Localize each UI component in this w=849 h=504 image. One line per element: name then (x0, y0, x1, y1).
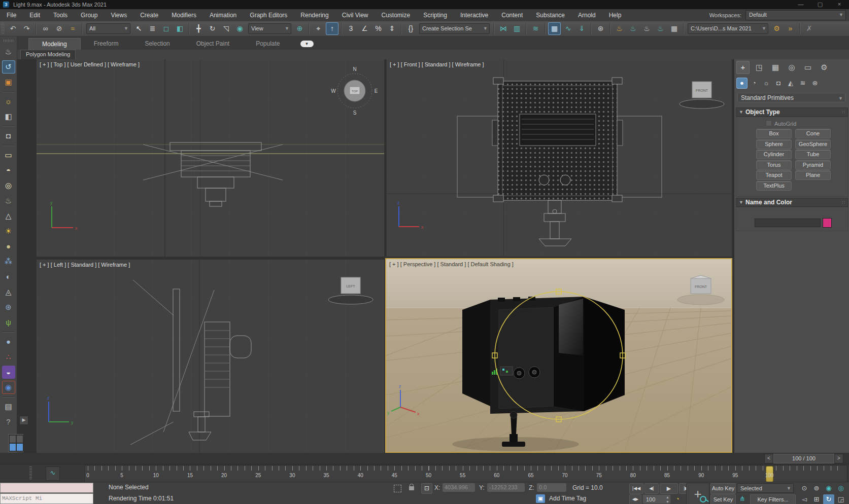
viewport-layout-tab[interactable] (8, 434, 23, 452)
select-and-rotate-icon[interactable]: ↻ (206, 22, 219, 35)
zoom-region-icon[interactable]: ◅ (799, 494, 810, 504)
zoom-icon[interactable]: ⊙ (799, 483, 810, 493)
create-tab[interactable]: + (736, 61, 750, 74)
maximize-button[interactable]: ▢ (810, 0, 830, 9)
motion-tab[interactable]: ◎ (785, 61, 798, 74)
zoom-all-icon[interactable]: ⊚ (811, 483, 822, 493)
percent-snap-toggle[interactable]: % (372, 22, 385, 35)
area-light-icon[interactable]: ▭ (2, 149, 15, 162)
menu-arnold[interactable]: Arnold (571, 10, 602, 21)
rock-noise-icon[interactable]: ⊛ (2, 301, 15, 314)
objecttype-cylinder[interactable]: Cylinder (756, 150, 792, 159)
toolbar-grip[interactable] (4, 40, 14, 42)
key-filter-icon[interactable]: ⋔ (737, 494, 748, 504)
disc-light-icon[interactable]: ◎ (2, 179, 15, 192)
timeline-grip[interactable] (29, 466, 32, 480)
select-and-move-icon[interactable]: ╋ (192, 22, 205, 35)
scene-explorer-toggle[interactable]: ▦ (548, 22, 561, 35)
render-iterative-icon[interactable]: ♨ (654, 22, 667, 35)
palette-icon[interactable]: ◒ (2, 366, 15, 379)
reference-coordinate-dropdown[interactable]: View▼ (248, 23, 291, 34)
ribbon-tab-freeform[interactable]: Freeform (81, 38, 132, 50)
dome-light-icon[interactable]: ◓ (2, 164, 15, 177)
display-tab[interactable]: ▭ (801, 61, 814, 74)
menu-create[interactable]: Create (133, 10, 165, 21)
render-frame-icon[interactable]: ▣ (2, 76, 15, 89)
time-ruler[interactable]: 0510152025303540455055606570758085909510… (84, 465, 847, 483)
state-sets-icon[interactable]: ▦ (668, 22, 681, 35)
lights-category[interactable]: ☼ (761, 78, 772, 89)
menu-modifiers[interactable]: Modifiers (165, 10, 203, 21)
menu-rendering[interactable]: Rendering (294, 10, 335, 21)
window-crossing-toggle-icon[interactable]: ◧ (174, 22, 186, 35)
time-configuration-icon[interactable]: ◔ (673, 494, 682, 504)
objecttype-textplus[interactable]: TextPlus (756, 181, 792, 191)
menu-tools[interactable]: Tools (47, 10, 74, 21)
systems-category[interactable]: ⊛ (809, 78, 821, 89)
color-spheres-icon[interactable]: ∴ (2, 350, 15, 364)
grass-icon[interactable]: ψ (2, 316, 15, 329)
sphere-blue-icon[interactable]: ● (2, 335, 15, 348)
previous-frame-button[interactable]: ◀| (644, 483, 659, 494)
object-color-swatch[interactable] (823, 218, 832, 228)
rendered-frame-window-icon[interactable]: ♨ (627, 22, 639, 35)
objecttype-teapot[interactable]: Teapot (756, 170, 792, 180)
toolbar-flyout-arrow[interactable]: ▶ (19, 416, 28, 425)
objecttype-box[interactable]: Box (756, 129, 792, 138)
select-and-manipulate-icon[interactable]: ⌖ (312, 22, 325, 35)
frame-back-button[interactable]: < (764, 454, 773, 463)
use-pivot-center-icon[interactable]: ⊕ (293, 22, 306, 35)
key-mode-toggle[interactable]: ◀▶ (629, 494, 641, 504)
absolute-mode-toggle[interactable]: ⊡ (421, 483, 432, 494)
project-folder-dropdown[interactable]: C:\Users\D...s Max 2021▼ (688, 23, 768, 34)
add-time-tag[interactable]: Add Time Tag (549, 495, 586, 502)
select-object-icon[interactable]: ↖ (132, 22, 145, 35)
align-icon[interactable]: ▥ (511, 22, 523, 35)
autogrid-checkbox[interactable]: AutoGrid (766, 120, 796, 127)
set-key-button[interactable]: Set Key (710, 494, 736, 504)
menu-animation[interactable]: Animation (203, 10, 243, 21)
layer-manager-icon[interactable]: ≋ (529, 22, 542, 35)
keyboard-override-toggle[interactable]: ↑ (326, 22, 338, 35)
sun-light-icon[interactable]: ☀ (2, 225, 15, 238)
objecttype-plane[interactable]: Plane (795, 170, 831, 180)
key-filters-button[interactable]: Key Filters... (750, 494, 796, 504)
ribbon-toggle-icon[interactable]: ⇓ (575, 22, 588, 35)
cameras-category[interactable]: ◘ (773, 78, 784, 89)
render-production-icon[interactable]: ♨ (640, 22, 653, 35)
select-by-name-icon[interactable]: ≣ (146, 22, 159, 35)
z-coordinate-field[interactable]: 0.0 (537, 483, 566, 492)
maximize-viewport-toggle[interactable]: ◲ (835, 494, 846, 504)
toolbar-grip[interactable] (1, 23, 5, 35)
undo-icon[interactable]: ↶ (7, 22, 19, 35)
sphere-khaki-icon[interactable]: ● (2, 240, 15, 253)
selection-filter-dropdown[interactable]: All▼ (86, 23, 130, 34)
edit-named-selections-icon[interactable]: {} (404, 22, 417, 35)
selection-lock-icon[interactable] (409, 486, 414, 490)
spinner-snap-toggle[interactable]: ⇕ (386, 22, 398, 35)
isolate-selection-toggle[interactable] (394, 485, 401, 492)
viewport-left[interactable]: [ + ] [ Left ] [ Standard ] [ Wireframe … (37, 260, 384, 453)
utilities-tab[interactable]: ⚙ (818, 61, 831, 74)
hierarchy-tab[interactable]: ▦ (769, 61, 782, 74)
menu-views[interactable]: Views (104, 10, 133, 21)
rect-selection-region-icon[interactable]: ◻ (160, 22, 173, 35)
menu-help[interactable]: Help (602, 10, 628, 21)
cone-volume-icon[interactable]: △ (2, 209, 15, 223)
select-and-place-icon[interactable]: ◉ (233, 22, 246, 35)
render-setup-icon[interactable]: ♨ (613, 22, 626, 35)
objecttype-sphere[interactable]: Sphere (756, 139, 792, 149)
viewport-front[interactable]: [ + ] [ Front ] [ Standard ] [ Wireframe… (387, 59, 732, 257)
scatter-particles-icon[interactable]: ⁂ (2, 255, 15, 268)
menu-group[interactable]: Group (74, 10, 104, 21)
moon-sphere-icon[interactable]: ◐ (2, 270, 15, 283)
more-tools-icon[interactable]: » (784, 22, 797, 35)
snip-tool-icon[interactable]: ✗ (803, 22, 816, 35)
mini-curve-editor-icon[interactable]: ∿ (46, 466, 60, 481)
angle-snap-toggle[interactable]: ∠ (358, 22, 371, 35)
polygon-modeling-tab[interactable]: Polygon Modeling (20, 50, 76, 59)
modify-tab[interactable]: ◳ (753, 61, 766, 74)
help-icon[interactable]: ? (2, 415, 15, 428)
ribbon-tab-selection[interactable]: Selection (131, 38, 183, 50)
ribbon-tab-object-paint[interactable]: Object Paint (183, 38, 243, 50)
